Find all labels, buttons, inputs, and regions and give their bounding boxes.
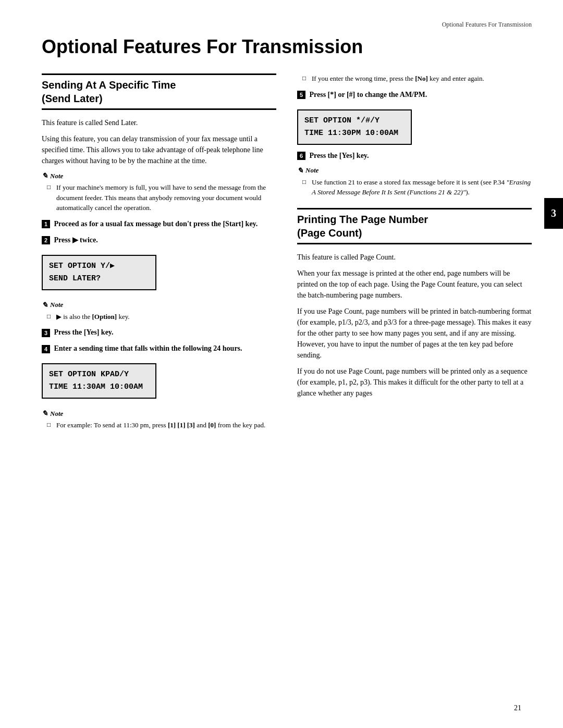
note-block-1: ✎ Note If your machine's memory is full,… [42, 171, 276, 213]
page-header: Optional Features For Transmission [42, 21, 532, 31]
note-item-3-1: For example: To send at 11:30 pm, press … [47, 420, 276, 430]
note-items-2: ▶ is also the [Option] key. [42, 312, 276, 322]
step-5-text: Press [*] or [#] to change the AM/PM. [310, 91, 427, 98]
right-pre-note-items: If you enter the wrong time, press the [… [297, 73, 532, 84]
page-count-intro2: When your fax message is printed at the … [297, 268, 532, 301]
note-block-3: ✎ Note For example: To send at 11:30 pm,… [42, 409, 276, 430]
lcd3-line2: TIME 11:30PM 10:00AM [304, 127, 405, 140]
note-items-3: For example: To send at 11:30 pm, press … [42, 420, 276, 430]
right-pre-note-item: If you enter the wrong time, press the [… [302, 73, 532, 84]
note-items-4: Use function 21 to erase a stored fax me… [297, 177, 532, 198]
step-3: 3 Press the [Yes] key. [42, 327, 276, 338]
step-1-text: Proceed as for a usual fax message but d… [54, 220, 258, 228]
step-4: 4 Enter a sending time that falls within… [42, 343, 276, 354]
two-column-layout: Sending At A Specific Time(Send Later) T… [42, 73, 532, 436]
step-6: 6 Press the [Yes] key. [297, 150, 532, 161]
step-num-3: 3 [42, 329, 50, 337]
step-2-text: Press ▶ twice. [54, 236, 98, 244]
send-later-intro1: This feature is called Send Later. [42, 117, 276, 128]
note-item-1-1: If your machine's memory is full, you wi… [47, 182, 276, 213]
lcd2-line2: TIME 11:30AM 10:00AM [49, 381, 149, 393]
section-heading-send-later: Sending At A Specific Time(Send Later) [42, 73, 276, 110]
page-count-intro3: If you use Page Count, page numbers will… [297, 306, 532, 361]
step-num-1: 1 [42, 220, 50, 228]
note-title-1: ✎ Note [42, 171, 276, 180]
page-title: Optional Features For Transmission [42, 36, 532, 58]
lcd-display-3: SET OPTION */#/Y TIME 11:30PM 10:00AM [297, 109, 412, 145]
lcd-display-1: SET OPTION Y/▶ SEND LATER? [42, 255, 156, 290]
right-pre-note: If you enter the wrong time, press the [… [297, 73, 532, 84]
step-num-2: 2 [42, 236, 50, 244]
section-heading-page-count: Printing The Page Number(Page Count) [297, 208, 532, 244]
page-container: Optional Features For Transmission Optio… [0, 0, 563, 728]
note-item-4-1: Use function 21 to erase a stored fax me… [302, 177, 532, 198]
note-title-4: ✎ Note [297, 166, 532, 175]
step-num-6: 6 [297, 152, 305, 160]
page-count-intro4: If you do not use Page Count, page numbe… [297, 366, 532, 399]
step-1: 1 Proceed as for a usual fax message but… [42, 218, 276, 229]
left-column: Sending At A Specific Time(Send Later) T… [42, 73, 276, 436]
lcd1-line2: SEND LATER? [49, 273, 149, 285]
lcd2-line1: SET OPTION KPAD/Y [49, 368, 149, 381]
lcd3-line1: SET OPTION */#/Y [304, 115, 405, 127]
note-icon-3: ✎ [42, 409, 48, 418]
step-6-text: Press the [Yes] key. [310, 152, 369, 159]
header-text: Optional Features For Transmission [442, 21, 532, 28]
step-2: 2 Press ▶ twice. [42, 235, 276, 245]
send-later-intro2: Using this feature, you can delay transm… [42, 133, 276, 166]
note-block-2: ✎ Note ▶ is also the [Option] key. [42, 301, 276, 322]
note-block-4: ✎ Note Use function 21 to erase a stored… [297, 166, 532, 198]
note-icon-2: ✎ [42, 301, 48, 310]
page-number: 21 [514, 704, 521, 712]
step-4-text: Enter a sending time that falls within t… [54, 344, 242, 352]
lcd1-line1: SET OPTION Y/▶ [49, 260, 149, 273]
right-column: If you enter the wrong time, press the [… [297, 73, 532, 436]
step-3-text: Press the [Yes] key. [54, 328, 114, 336]
step-num-4: 4 [42, 345, 50, 353]
chapter-tab: 3 [544, 198, 563, 229]
note-items-1: If your machine's memory is full, you wi… [42, 182, 276, 213]
note-item-2-1: ▶ is also the [Option] key. [47, 312, 276, 322]
lcd-display-2: SET OPTION KPAD/Y TIME 11:30AM 10:00AM [42, 363, 156, 399]
note-icon-1: ✎ [42, 171, 48, 180]
note-icon-4: ✎ [297, 166, 303, 175]
note-title-3: ✎ Note [42, 409, 276, 418]
step-num-5: 5 [297, 91, 305, 99]
note-title-2: ✎ Note [42, 301, 276, 310]
page-count-intro1: This feature is called Page Count. [297, 252, 532, 263]
step-5: 5 Press [*] or [#] to change the AM/PM. [297, 89, 532, 100]
